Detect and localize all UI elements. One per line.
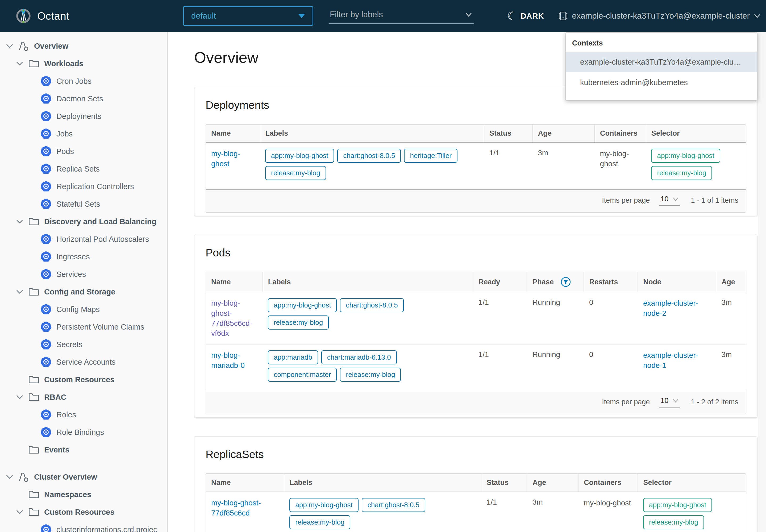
sidebar-item-custom-resources[interactable]: Custom Resources bbox=[0, 371, 167, 388]
phase-cell: Running bbox=[527, 344, 584, 391]
pagination-footer: Items per page 10 1 - 1 of 1 items bbox=[206, 189, 746, 212]
deployment-link[interactable]: my-blog-ghost bbox=[211, 149, 255, 169]
status-cell: 1/1 bbox=[481, 492, 527, 532]
column-header-status: Status bbox=[481, 474, 527, 492]
chevron-down-icon[interactable] bbox=[16, 394, 28, 401]
sidebar-item-secrets[interactable]: Secrets bbox=[0, 336, 167, 353]
table-row: my-blog-ghost-77df85c6cd-vf6dx app:my-bl… bbox=[206, 292, 746, 344]
column-header-age: Age bbox=[716, 272, 746, 292]
sidebar-item-replica-sets[interactable]: Replica Sets bbox=[0, 160, 167, 178]
sidebar-item-services[interactable]: Services bbox=[0, 265, 167, 283]
sidebar-item-service-accounts[interactable]: Service Accounts bbox=[0, 353, 167, 371]
dark-theme-toggle[interactable]: ☾ DARK bbox=[507, 10, 544, 22]
selector-badge: app:my-blog-ghost bbox=[643, 498, 712, 512]
pod-link[interactable]: my-blog-mariadb-0 bbox=[211, 350, 257, 371]
page-size-select[interactable]: 10 bbox=[659, 195, 680, 206]
sidebar-item-horizontal-pod-autoscalers[interactable]: Horizontal Pod Autoscalers bbox=[0, 230, 167, 248]
replicaset-link[interactable]: my-blog-ghost-77df85c6cd bbox=[211, 498, 279, 518]
selector-badge: release:my-blog bbox=[643, 515, 704, 529]
label-badge: chart:mariadb-6.13.0 bbox=[321, 350, 397, 364]
table-row: my-blog-mariadb-0 app:mariadbchart:maria… bbox=[206, 344, 746, 391]
folder-icon bbox=[28, 373, 40, 386]
sidebar: Overview Workloads Cron Jobs Daemon Sets… bbox=[0, 32, 168, 532]
sidebar-item-clusterinformations-crd[interactable]: clusterinformations.crd.projec bbox=[0, 521, 167, 532]
daemonset-resource-icon bbox=[40, 93, 52, 105]
chevron-down-icon[interactable] bbox=[16, 288, 28, 295]
sidebar-item-cluster-custom-resources[interactable]: Custom Resources bbox=[0, 503, 167, 521]
column-header-ready: Ready bbox=[473, 272, 527, 292]
chevron-down-icon[interactable] bbox=[6, 43, 18, 49]
column-header-age: Age bbox=[532, 124, 594, 143]
sidebar-item-namespaces[interactable]: Namespaces bbox=[0, 486, 167, 503]
sidebar-item-cron-jobs[interactable]: Cron Jobs bbox=[0, 72, 167, 90]
sidebar-item-discovery-load-balancing[interactable]: Discovery and Load Balancing bbox=[0, 213, 167, 230]
pagination-footer: Items per page 10 1 - 2 of 2 items bbox=[206, 391, 746, 414]
deployments-card: Deployments Name Labels Status Age Conta… bbox=[194, 87, 757, 216]
folder-icon bbox=[28, 215, 40, 228]
sidebar-item-config-and-storage[interactable]: Config and Storage bbox=[0, 283, 167, 301]
label-badge: release:my-blog bbox=[268, 315, 329, 330]
sidebar-item-ingresses[interactable]: Ingresses bbox=[0, 248, 167, 265]
scroll-gutter[interactable] bbox=[758, 32, 766, 532]
containers-cell: my-blog-ghost bbox=[600, 149, 629, 168]
pod-link[interactable]: my-blog-ghost-77df85c6cd-vf6dx bbox=[211, 298, 257, 338]
sidebar-item-deployments[interactable]: Deployments bbox=[0, 107, 167, 125]
folder-icon bbox=[28, 286, 40, 298]
column-header-restarts: Restarts bbox=[584, 272, 638, 292]
sidebar-item-config-maps[interactable]: Config Maps bbox=[0, 301, 167, 318]
sidebar-item-replication-controllers[interactable]: Replication Controllers bbox=[0, 178, 167, 195]
statefulset-resource-icon bbox=[40, 198, 52, 210]
brand: Octant bbox=[0, 8, 168, 24]
applications-icon bbox=[18, 471, 30, 483]
ready-cell: 1/1 bbox=[473, 292, 527, 344]
chevron-down-icon[interactable] bbox=[6, 473, 18, 480]
context-option-selected[interactable]: example-cluster-ka3TuTzYo4a@example-clu… bbox=[566, 52, 757, 72]
namespace-value: default bbox=[191, 11, 216, 21]
node-link[interactable]: example-cluster-node-2 bbox=[643, 298, 711, 318]
sidebar-item-events[interactable]: Events bbox=[0, 441, 167, 459]
sidebar-item-daemon-sets[interactable]: Daemon Sets bbox=[0, 90, 167, 107]
cronjob-resource-icon bbox=[40, 75, 52, 87]
sidebar-item-roles[interactable]: Roles bbox=[0, 406, 167, 423]
chevron-down-icon bbox=[673, 399, 678, 403]
label-filter-input[interactable]: Filter by labels bbox=[329, 8, 474, 24]
secret-resource-icon bbox=[40, 338, 52, 351]
sidebar-item-overview[interactable]: Overview bbox=[0, 37, 167, 55]
items-per-page-label: Items per page bbox=[602, 398, 650, 406]
column-header-containers: Containers bbox=[578, 474, 638, 492]
pods-card: Pods Name Labels Ready Phase bbox=[194, 235, 757, 418]
sidebar-item-jobs[interactable]: Jobs bbox=[0, 125, 167, 143]
node-link[interactable]: example-cluster-node-1 bbox=[643, 350, 711, 371]
pagination-range: 1 - 1 of 1 items bbox=[691, 196, 738, 205]
chevron-down-icon[interactable] bbox=[16, 218, 28, 225]
chevron-down-icon[interactable] bbox=[16, 509, 28, 516]
page-size-select[interactable]: 10 bbox=[659, 397, 680, 408]
table-row: my-blog-ghost app:my-blog-ghostchart:gho… bbox=[206, 143, 746, 189]
serviceaccount-resource-icon bbox=[40, 356, 52, 368]
sidebar-item-pods[interactable]: Pods bbox=[0, 143, 167, 160]
selector-badge: release:my-blog bbox=[651, 166, 712, 180]
sidebar-item-persistent-volume-claims[interactable]: Persistent Volume Claims bbox=[0, 318, 167, 336]
age-cell: 3m bbox=[716, 344, 746, 391]
folder-icon bbox=[28, 444, 40, 456]
chevron-down-icon bbox=[465, 11, 473, 18]
age-cell: 3m bbox=[532, 143, 594, 189]
sidebar-item-role-bindings[interactable]: Role Bindings bbox=[0, 423, 167, 441]
context-option[interactable]: kubernetes-admin@kubernetes bbox=[566, 72, 757, 93]
rolebinding-resource-icon bbox=[40, 426, 52, 438]
sidebar-item-stateful-sets[interactable]: Stateful Sets bbox=[0, 195, 167, 213]
restarts-cell: 0 bbox=[584, 344, 638, 391]
contexts-dropdown: Contexts example-cluster-ka3TuTzYo4a@exa… bbox=[565, 32, 757, 101]
column-header-labels: Labels bbox=[263, 272, 473, 292]
namespace-selector[interactable]: default bbox=[183, 6, 313, 26]
context-switcher[interactable]: example-cluster-ka3TuTzYo4a@example-clus… bbox=[559, 11, 760, 21]
chevron-down-icon bbox=[673, 197, 678, 201]
age-cell: 3m bbox=[716, 292, 746, 344]
filter-icon[interactable] bbox=[561, 277, 571, 287]
chevron-down-icon[interactable] bbox=[16, 60, 28, 67]
column-header-selector: Selector bbox=[638, 474, 746, 492]
table-row: my-blog-ghost-77df85c6cd app:my-blog-gho… bbox=[206, 492, 746, 532]
sidebar-item-cluster-overview[interactable]: Cluster Overview bbox=[0, 468, 167, 486]
sidebar-item-workloads[interactable]: Workloads bbox=[0, 55, 167, 72]
sidebar-item-rbac[interactable]: RBAC bbox=[0, 388, 167, 406]
